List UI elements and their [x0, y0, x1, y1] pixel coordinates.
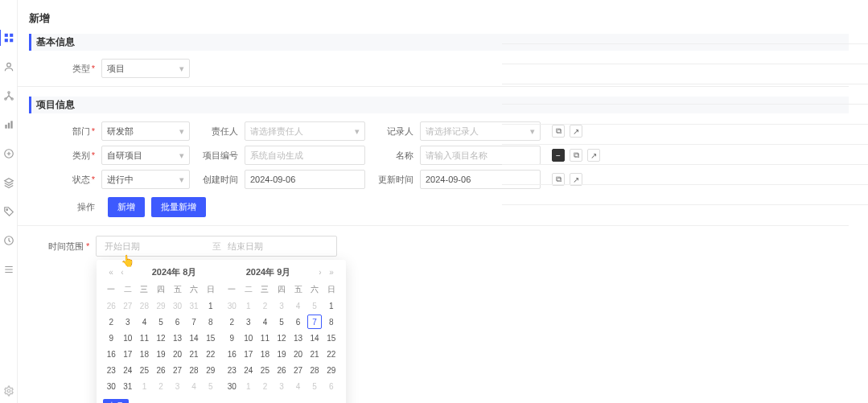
- calendar-day[interactable]: 1: [241, 379, 256, 393]
- copy-icon[interactable]: ⧉: [570, 149, 582, 162]
- calendar-day[interactable]: 29: [204, 363, 218, 377]
- calendar-day[interactable]: 26: [154, 363, 168, 377]
- calendar-day[interactable]: 25: [257, 363, 272, 377]
- select-status[interactable]: 进行中▾: [101, 170, 190, 189]
- calendar-day[interactable]: 16: [224, 347, 239, 361]
- calendar-day[interactable]: 1: [241, 298, 256, 313]
- calendar-day[interactable]: 5: [204, 379, 218, 393]
- calendar-day[interactable]: 3: [274, 298, 289, 313]
- nav-users[interactable]: [3, 61, 14, 72]
- calendar-day[interactable]: 22: [324, 347, 339, 361]
- calendar-day[interactable]: 29: [324, 363, 339, 377]
- calendar-day[interactable]: 7: [307, 315, 322, 329]
- calendar-day[interactable]: 2: [257, 298, 272, 313]
- select-owner[interactable]: 请选择责任人▾: [245, 121, 365, 141]
- calendar-day[interactable]: 18: [257, 347, 272, 361]
- calendar-day[interactable]: 29: [154, 298, 168, 313]
- batch-add-button[interactable]: 批量新增: [151, 197, 206, 217]
- calendar-day[interactable]: 9: [224, 331, 239, 345]
- calendar-day[interactable]: 15: [204, 331, 218, 345]
- calendar-day[interactable]: 24: [121, 363, 135, 377]
- calendar-day[interactable]: 3: [171, 379, 185, 393]
- calendar-day[interactable]: 30: [224, 298, 239, 313]
- calendar-day[interactable]: 3: [274, 379, 289, 393]
- calendar-day[interactable]: 3: [241, 315, 256, 329]
- calendar-day[interactable]: 18: [137, 347, 151, 361]
- calendar-day[interactable]: 21: [307, 347, 322, 361]
- calendar-day[interactable]: 30: [104, 379, 118, 393]
- select-recorder[interactable]: 请选择记录人▾: [420, 121, 541, 141]
- input-name[interactable]: 请输入项目名称: [420, 146, 541, 165]
- nav-stats[interactable]: [3, 119, 14, 130]
- nav-tags[interactable]: [3, 206, 14, 217]
- input-code[interactable]: 系统自动生成: [245, 146, 365, 165]
- calendar-day[interactable]: 19: [154, 347, 168, 361]
- nav-add[interactable]: [3, 148, 14, 159]
- expand-icon[interactable]: ↗: [570, 125, 582, 138]
- calendar-day[interactable]: 1: [137, 379, 151, 393]
- calendar-day[interactable]: 20: [291, 347, 306, 361]
- calendar-day[interactable]: 5: [154, 315, 168, 329]
- calendar-day[interactable]: 26: [104, 298, 118, 313]
- calendar-day[interactable]: 5: [274, 315, 289, 329]
- calendar-day[interactable]: 5: [307, 298, 322, 313]
- calendar-day[interactable]: 19: [274, 347, 289, 361]
- select-category[interactable]: 自研项目▾: [101, 146, 190, 165]
- next-year-icon[interactable]: »: [327, 268, 336, 278]
- calendar-day[interactable]: 17: [241, 347, 256, 361]
- calendar-day[interactable]: 12: [154, 331, 168, 345]
- calendar-day[interactable]: 9: [104, 331, 118, 345]
- copy-icon[interactable]: ⧉: [552, 125, 565, 138]
- select-type[interactable]: 项目▾: [101, 59, 190, 78]
- quick-last-month[interactable]: 上月: [103, 399, 129, 403]
- calendar-day[interactable]: 31: [121, 379, 135, 393]
- calendar-day[interactable]: 1: [204, 298, 218, 313]
- calendar-day[interactable]: 20: [171, 347, 185, 361]
- calendar-day[interactable]: 30: [224, 379, 239, 393]
- calendar-day[interactable]: 23: [224, 363, 239, 377]
- calendar-day[interactable]: 28: [137, 298, 151, 313]
- calendar-day[interactable]: 28: [187, 363, 201, 377]
- nav-org[interactable]: [3, 90, 14, 101]
- calendar-day[interactable]: 27: [291, 363, 306, 377]
- calendar-day[interactable]: 27: [121, 298, 135, 313]
- settings-icon[interactable]: [3, 385, 14, 397]
- calendar-day[interactable]: 13: [171, 331, 185, 345]
- calendar-day[interactable]: 10: [121, 331, 135, 345]
- calendar-day[interactable]: 11: [257, 331, 272, 345]
- calendar-day[interactable]: 17: [121, 347, 135, 361]
- daterange-input[interactable]: 开始日期 至 结束日期: [96, 236, 337, 257]
- calendar-day[interactable]: 11: [137, 331, 151, 345]
- nav-time[interactable]: [3, 235, 14, 246]
- select-dept[interactable]: 研发部▾: [101, 121, 190, 141]
- calendar-day[interactable]: 28: [307, 363, 322, 377]
- calendar-day[interactable]: 6: [291, 315, 306, 329]
- calendar-day[interactable]: 15: [324, 331, 339, 345]
- calendar-day[interactable]: 2: [224, 315, 239, 329]
- calendar-day[interactable]: 4: [291, 298, 306, 313]
- nav-list[interactable]: [3, 264, 14, 275]
- calendar-day[interactable]: 8: [324, 315, 339, 329]
- expand-icon[interactable]: ↗: [587, 149, 600, 162]
- calendar-day[interactable]: 2: [104, 315, 118, 329]
- calendar-day[interactable]: 26: [274, 363, 289, 377]
- calendar-day[interactable]: 5: [307, 379, 322, 393]
- nav-layers[interactable]: [3, 177, 14, 188]
- calendar-day[interactable]: 10: [241, 331, 256, 345]
- add-button[interactable]: 新增: [108, 197, 145, 217]
- copy-icon[interactable]: ⧉: [552, 173, 565, 186]
- calendar-day[interactable]: 22: [204, 347, 218, 361]
- next-month-icon[interactable]: ›: [315, 268, 325, 278]
- calendar-day[interactable]: 25: [137, 363, 151, 377]
- calendar-day[interactable]: 30: [171, 298, 185, 313]
- nav-home[interactable]: [3, 32, 14, 43]
- calendar-day[interactable]: 13: [291, 331, 306, 345]
- calendar-day[interactable]: 6: [324, 379, 339, 393]
- calendar-day[interactable]: 1: [324, 298, 339, 313]
- calendar-day[interactable]: 8: [204, 315, 218, 329]
- calendar-day[interactable]: 4: [257, 315, 272, 329]
- prev-month-icon[interactable]: ‹: [117, 268, 127, 278]
- calendar-day[interactable]: 14: [187, 331, 201, 345]
- prev-year-icon[interactable]: «: [106, 268, 116, 278]
- calendar-day[interactable]: 31: [187, 298, 201, 313]
